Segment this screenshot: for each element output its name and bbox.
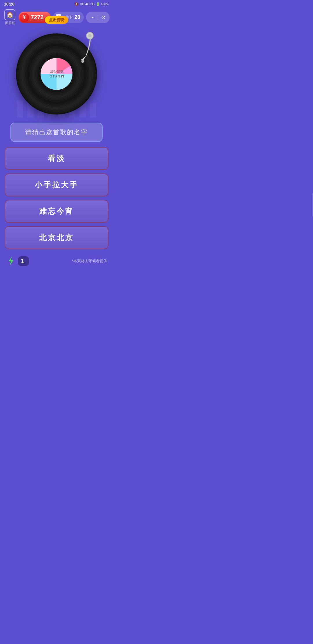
- svg-point-1: [88, 34, 92, 37]
- vinyl-record: 难忘今宵 MUSIC: [16, 33, 97, 115]
- coin-icon: ¥: [20, 13, 29, 22]
- question-text: 请猜出这首歌的名字: [25, 129, 88, 136]
- bottom-bar: 1 *本素材由守候者提供: [0, 252, 113, 273]
- vertical-divider: [98, 15, 98, 20]
- lives-display: 1: [6, 256, 29, 266]
- lightning-icon: [6, 256, 16, 266]
- vinyl-label-inner: 难忘今宵 MUSIC: [41, 58, 72, 90]
- lives-bar: 1: [18, 256, 29, 266]
- option-4-button[interactable]: 北京北京: [5, 226, 108, 249]
- withdraw-banner[interactable]: 点击提现: [45, 16, 68, 24]
- hd-badge: HD 4G 3G: [80, 2, 94, 6]
- option-2-button[interactable]: 小手拉大手: [5, 173, 108, 196]
- svg-marker-4: [9, 257, 13, 265]
- status-time: 10:20: [4, 2, 14, 6]
- action-buttons: ··· ⊙: [86, 12, 110, 23]
- camera-button[interactable]: ⊙: [99, 13, 108, 22]
- options-section: 看淡 小手拉大手 难忘今宵 北京北京: [0, 145, 113, 252]
- battery-icon: 🔋 100%: [96, 2, 109, 6]
- vinyl-label: 难忘今宵 MUSIC: [41, 58, 72, 90]
- home-label: 回首页: [5, 21, 15, 25]
- vinyl-song-text: 难忘今宵: [50, 70, 63, 74]
- option-3-button[interactable]: 难忘今宵: [5, 200, 108, 223]
- question-box: 请猜出这首歌的名字: [10, 123, 103, 142]
- question-section: 请猜出这首歌的名字: [0, 117, 113, 145]
- menu-dots-button[interactable]: ···: [88, 13, 97, 22]
- status-bar: 10:20 🔇 HD 4G 3G 🔋 100%: [0, 0, 113, 8]
- mute-icon: 🔇: [74, 2, 79, 6]
- home-button[interactable]: 🏠 回首页: [3, 9, 16, 25]
- player-section: 难忘今宵 MUSIC: [0, 28, 113, 117]
- coin-value: 7272: [31, 14, 44, 21]
- lives-count: 1: [21, 257, 24, 265]
- status-icons: 🔇 HD 4G 3G 🔋 100%: [74, 2, 109, 6]
- svg-point-3: [81, 60, 84, 63]
- tonearm: [74, 30, 103, 65]
- level-value: 20: [74, 14, 80, 20]
- credit-text: *本素材由守候者提供: [72, 258, 107, 264]
- option-1-button[interactable]: 看淡: [5, 147, 108, 170]
- vinyl-music-text: MUSIC: [49, 74, 64, 78]
- home-icon: 🏠: [4, 9, 15, 20]
